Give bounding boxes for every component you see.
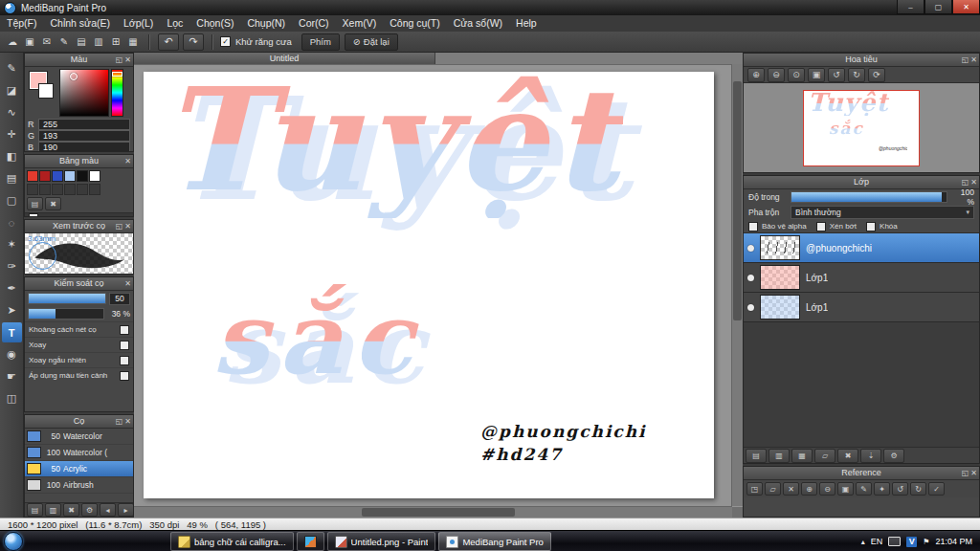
- panel-popout-icon[interactable]: ◱: [116, 415, 123, 428]
- opacity-slider[interactable]: [791, 191, 947, 203]
- palette-swatch-white[interactable]: [89, 170, 100, 182]
- text-tool[interactable]: T: [2, 322, 22, 342]
- delete-brush-icon[interactable]: ✖: [63, 503, 79, 517]
- canvas-list-icon[interactable]: ▥: [90, 33, 107, 50]
- brush-option-checkbox[interactable]: [120, 341, 129, 350]
- ref-actual-size-icon[interactable]: ▣: [837, 482, 854, 496]
- palette-swatch-lightblue[interactable]: [64, 170, 76, 182]
- keys-button[interactable]: Phím: [301, 33, 340, 51]
- smudge-tool[interactable]: ∿: [2, 102, 22, 122]
- ref-close-icon[interactable]: ✕: [783, 482, 799, 496]
- zoom-out-icon[interactable]: ⊖: [768, 68, 785, 82]
- ref-pencil-icon[interactable]: ✎: [856, 482, 872, 496]
- duplicate-layer-icon[interactable]: ▥: [768, 449, 790, 463]
- palette-empty-slot[interactable]: [64, 184, 76, 195]
- menu-item[interactable]: Chỉnh sửa(E): [44, 15, 117, 32]
- select-eraser-tool[interactable]: ✒: [2, 278, 22, 298]
- layer-row-phuongchichi[interactable]: @phuongchichi: [744, 233, 979, 263]
- hand-tool[interactable]: ☛: [2, 366, 22, 386]
- brush-next-icon[interactable]: ▸: [118, 503, 134, 517]
- palette-empty-slot[interactable]: [52, 184, 63, 195]
- layer-visibility-icon[interactable]: [747, 304, 754, 311]
- clock[interactable]: 21:04 PM: [935, 537, 972, 546]
- panel-popout-icon[interactable]: ◱: [116, 54, 123, 66]
- blend-dropdown[interactable]: Bình thường ▾: [791, 206, 974, 219]
- divide-tool[interactable]: ◫: [2, 388, 22, 408]
- action-center-flag-icon[interactable]: ⚑: [923, 538, 929, 546]
- lasso-tool[interactable]: ◌: [2, 212, 22, 232]
- rotate-right-icon[interactable]: ↻: [848, 68, 865, 82]
- brush-opacity-slider[interactable]: [28, 308, 104, 320]
- eyedropper-tool[interactable]: ◉: [2, 344, 22, 364]
- layer-row-lop1-b[interactable]: Lớp1: [744, 293, 979, 322]
- drawing-canvas[interactable]: Tuyệt Tuyệt sắc sắc @phuongchichi #hd247: [144, 72, 714, 498]
- start-button[interactable]: [4, 532, 23, 551]
- ref-check-icon[interactable]: ✓: [928, 482, 945, 496]
- zoom-fit-icon[interactable]: ⊙: [788, 68, 805, 82]
- brush-option-checkbox[interactable]: [120, 325, 129, 335]
- palette-empty-slot[interactable]: [89, 184, 100, 195]
- panel-close-icon[interactable]: ✕: [970, 176, 977, 188]
- horizontal-scroll-thumb[interactable]: [362, 508, 515, 517]
- palette-entry[interactable]: ---: [25, 212, 133, 217]
- select-pen-tool[interactable]: ✑: [2, 256, 22, 276]
- menu-item[interactable]: Chọn(S): [189, 15, 240, 32]
- taskbar-button-medibang[interactable]: MediBang Paint Pro: [438, 532, 551, 551]
- panel-close-icon[interactable]: ✕: [970, 467, 977, 479]
- saturation-field[interactable]: [59, 69, 109, 117]
- grid-icon[interactable]: ⊞: [107, 33, 124, 50]
- add-layer-icon[interactable]: ▤: [746, 449, 767, 463]
- canvas-vertical-scrollbar[interactable]: [731, 64, 743, 506]
- b-value-field[interactable]: 190: [38, 142, 130, 152]
- brush-edit-icon[interactable]: ✎: [56, 33, 73, 50]
- layer-row-lop1-a[interactable]: Lớp1: [744, 263, 979, 293]
- move-tool[interactable]: ✛: [2, 124, 22, 144]
- panel-popout-icon[interactable]: ◱: [116, 220, 123, 232]
- hue-cursor[interactable]: [112, 72, 122, 77]
- panel-close-icon[interactable]: ✕: [970, 54, 977, 66]
- minimize-button[interactable]: –: [897, 0, 924, 14]
- palette-swatch-darkred[interactable]: [39, 170, 51, 182]
- fill-tool[interactable]: ◧: [2, 146, 22, 166]
- navigator-thumbnail[interactable]: Tuyệt sắc @phuongchichi: [803, 90, 920, 166]
- brush-size-slider[interactable]: [28, 293, 106, 304]
- ref-rotate-right-icon[interactable]: ↻: [910, 482, 926, 496]
- color-cursor[interactable]: [70, 73, 78, 80]
- brush-option-row[interactable]: Khoảng cách nét cọ: [25, 321, 133, 337]
- ref-eyedropper-icon[interactable]: ✦: [874, 482, 890, 496]
- save-icon[interactable]: ▣: [21, 33, 38, 50]
- taskbar-button-paint[interactable]: Untitled.png - Paint: [327, 532, 436, 551]
- maximize-button[interactable]: ▢: [924, 0, 952, 14]
- layer-folder-icon[interactable]: ▱: [814, 449, 835, 463]
- background-color-swatch[interactable]: [38, 83, 54, 99]
- palette-empty-slot[interactable]: [27, 184, 38, 195]
- merge-down-icon[interactable]: ⇣: [860, 449, 881, 463]
- layer-material-icon[interactable]: ▦: [791, 449, 813, 463]
- taskbar-button-app[interactable]: [297, 532, 324, 551]
- delete-swatch-icon[interactable]: ✖: [45, 197, 61, 210]
- rotate-left-icon[interactable]: ↺: [828, 68, 845, 82]
- antialias-checkbox[interactable]: ✓: [220, 36, 231, 47]
- brush-watercolor-50[interactable]: 50 Watercolor: [25, 429, 133, 445]
- add-swatch-icon[interactable]: ▤: [27, 197, 43, 210]
- brush-option-row[interactable]: Xoay: [25, 337, 133, 352]
- add-brush-icon[interactable]: ▤: [27, 503, 43, 517]
- r-value-field[interactable]: 255: [38, 119, 130, 130]
- menu-item[interactable]: Công cụ(T): [383, 15, 447, 32]
- brush-option-checkbox[interactable]: [120, 356, 129, 365]
- language-indicator[interactable]: EN: [871, 537, 883, 546]
- brush-option-row[interactable]: Áp dụng màu tiền cảnh: [25, 367, 133, 383]
- rotate-reset-icon[interactable]: ⟳: [868, 68, 885, 82]
- hidden-icons-chevron[interactable]: ▴: [861, 538, 865, 546]
- palette-swatch-red[interactable]: [27, 170, 38, 182]
- layer-visibility-icon[interactable]: [747, 245, 754, 252]
- gradient-tool[interactable]: ▤: [2, 168, 22, 188]
- brush-watercolor-100[interactable]: 100 Watercolor (: [25, 445, 133, 461]
- clipping-checkbox[interactable]: [816, 222, 826, 231]
- menu-item[interactable]: Cửa sổ(W): [447, 15, 509, 32]
- panel-close-icon[interactable]: ✕: [124, 220, 131, 232]
- panel-popout-icon[interactable]: ◱: [962, 467, 969, 479]
- ref-prev-icon[interactable]: ◳: [746, 482, 763, 496]
- cloud-icon[interactable]: ☁: [4, 33, 21, 50]
- magic-wand-tool[interactable]: ✶: [2, 234, 22, 254]
